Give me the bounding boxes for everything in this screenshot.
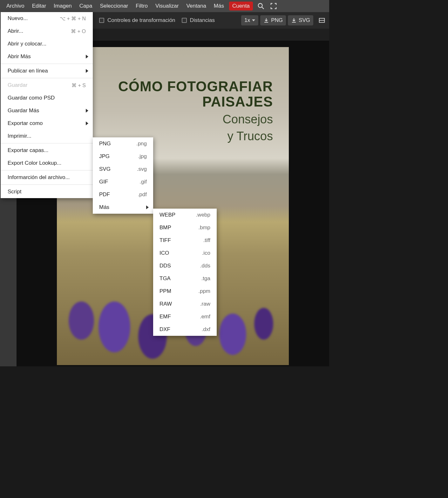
checkbox-icon — [182, 18, 187, 23]
export-submenu: PNG.pngJPG.jpgSVG.svgGIF.gifPDF.pdfMás — [93, 137, 153, 214]
menu-item-export-color-lookup-[interactable]: Export Color Lookup... — [1, 157, 93, 169]
more-formats-submenu: WEBP.webpBMP.bmpTIFF.tiffICO.icoDDS.ddsT… — [153, 209, 217, 336]
menu-ventana[interactable]: Ventana — [182, 1, 210, 11]
chevron-right-icon — [86, 55, 88, 59]
menu-item-guardar: Guardar⌘ + S — [1, 79, 93, 92]
export-tiff[interactable]: TIFF.tiff — [153, 234, 217, 247]
menubar: Archivo Editar Imagen Capa Seleccionar F… — [0, 0, 329, 12]
menu-item-exportar-capas-[interactable]: Exportar capas... — [1, 144, 93, 157]
export-dds[interactable]: DDS.dds — [153, 259, 217, 272]
export-pdf[interactable]: PDF.pdf — [93, 188, 153, 201]
fullscreen-icon[interactable] — [270, 3, 277, 10]
menu-filtro[interactable]: Filtro — [132, 1, 152, 11]
transform-controls-label: Controles de transformación — [107, 17, 175, 24]
canvas-title-2: PAISAJES — [118, 94, 273, 109]
export-svg[interactable]: SVG.svg — [93, 163, 153, 176]
svg-line-1 — [262, 7, 264, 9]
download-icon — [291, 17, 297, 23]
export-ico[interactable]: ICO.ico — [153, 247, 217, 259]
menu-cuenta[interactable]: Cuenta — [229, 2, 253, 10]
menu-item-abrir-m-s[interactable]: Abrir Más — [1, 50, 93, 63]
menu-item-guardar-m-s[interactable]: Guardar Más — [1, 104, 93, 117]
canvas-subtitle-1: Consejos — [118, 112, 273, 127]
menu-item-publicar-en-l-nea[interactable]: Publicar en línea — [1, 65, 93, 77]
canvas-title-1: CÓMO FOTOGRAFIAR — [118, 79, 273, 94]
export-png[interactable]: PNG.png — [93, 137, 153, 150]
menu-item-guardar-como-psd[interactable]: Guardar como PSD — [1, 92, 93, 104]
export-dxf[interactable]: DXF.dxf — [153, 323, 217, 336]
menu-item-abrir-y-colocar-[interactable]: Abrir y colocar... — [1, 38, 93, 50]
archivo-dropdown: Nuevo...⌥ + ⌘ + NAbrir...⌘ + OAbrir y co… — [1, 12, 93, 198]
export-jpg[interactable]: JPG.jpg — [93, 150, 153, 163]
menu-item-script[interactable]: Script — [1, 185, 93, 198]
export-ppm[interactable]: PPM.ppm — [153, 285, 217, 298]
chevron-right-icon — [86, 69, 88, 73]
export-webp[interactable]: WEBP.webp — [153, 209, 217, 221]
chevron-right-icon — [86, 121, 88, 125]
checkbox-icon — [99, 18, 104, 23]
export-tga[interactable]: TGA.tga — [153, 272, 217, 285]
menu-imagen[interactable]: Imagen — [50, 1, 76, 11]
chevron-down-icon — [252, 19, 255, 21]
menu-item-imprimir-[interactable]: Imprimir... — [1, 130, 93, 142]
export-gif[interactable]: GIF.gif — [93, 176, 153, 188]
canvas-text-overlay: CÓMO FOTOGRAFIAR PAISAJES Consejos y Tru… — [118, 79, 273, 144]
menu-visualizar[interactable]: Visualizar — [152, 1, 182, 11]
svg-point-0 — [258, 3, 262, 8]
menu-capa[interactable]: Capa — [76, 1, 96, 11]
chevron-right-icon — [86, 109, 88, 113]
export-emf[interactable]: EMF.emf — [153, 310, 217, 323]
menu-archivo[interactable]: Archivo — [3, 1, 28, 11]
menu-item-nuevo-[interactable]: Nuevo...⌥ + ⌘ + N — [1, 12, 93, 25]
search-icon[interactable] — [257, 3, 264, 10]
zoom-select[interactable]: 1x — [241, 15, 258, 25]
distances-toggle[interactable]: Distancias — [182, 17, 215, 24]
export-más[interactable]: Más — [93, 201, 153, 214]
chevron-right-icon — [146, 205, 149, 209]
download-icon — [263, 17, 269, 23]
export-raw[interactable]: RAW.raw — [153, 298, 217, 310]
menu-editar[interactable]: Editar — [28, 1, 50, 11]
export-bmp[interactable]: BMP.bmp — [153, 221, 217, 234]
export-svg-button[interactable]: SVG — [288, 15, 313, 25]
transform-controls-toggle[interactable]: Controles de transformación — [99, 17, 175, 24]
menu-item-abrir-[interactable]: Abrir...⌘ + O — [1, 25, 93, 38]
menu-item-informarci-n-del-archivo-[interactable]: Informarción del archivo... — [1, 171, 93, 184]
distances-label: Distancias — [190, 17, 215, 24]
menu-item-exportar-como[interactable]: Exportar como — [1, 117, 93, 130]
menu-seleccionar[interactable]: Seleccionar — [96, 1, 132, 11]
export-png-button[interactable]: PNG — [260, 15, 286, 25]
panel-icon[interactable] — [318, 17, 325, 24]
menu-mas[interactable]: Más — [210, 1, 228, 11]
